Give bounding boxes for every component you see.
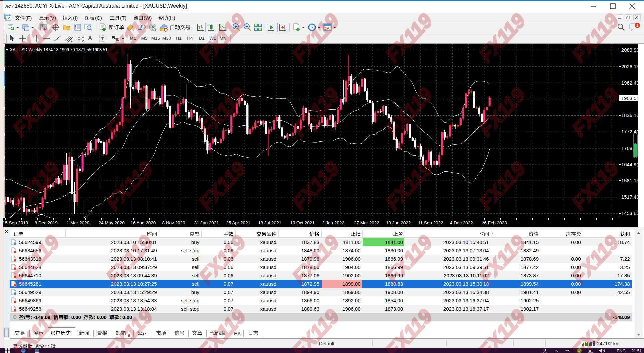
svg-text:T: T <box>101 36 104 41</box>
svg-text:E: E <box>71 39 73 42</box>
svg-text:XAUUSD,Weekly 1874.13 1909.70: XAUUSD,Weekly 1874.13 1909.70 1871.55 19… <box>10 47 108 52</box>
svg-text:−: − <box>245 24 248 29</box>
svg-text:1: 1 <box>636 23 638 27</box>
svg-text:+: + <box>234 24 237 29</box>
svg-text:F: F <box>82 40 84 42</box>
